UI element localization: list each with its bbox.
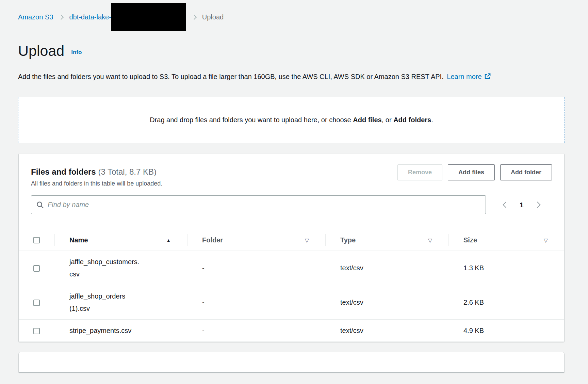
cell-folder: - bbox=[187, 251, 325, 285]
files-panel-title: Files and folders (3 Total, 8.7 KB) bbox=[31, 164, 162, 177]
table-row: jaffle_shop_orders (1).csv - text/csv 2.… bbox=[19, 285, 564, 319]
pagination: 1 bbox=[504, 201, 540, 209]
select-all-cell bbox=[19, 230, 54, 251]
sort-ascending-icon: ▲ bbox=[166, 238, 171, 243]
redacted-bucket-name bbox=[111, 3, 186, 31]
chevron-right-icon bbox=[192, 14, 197, 20]
cell-name: jaffle_shop_orders (1).csv bbox=[54, 285, 187, 319]
files-panel-title-block: Files and folders (3 Total, 8.7 KB) All … bbox=[31, 164, 162, 187]
drag-drop-zone[interactable]: Drag and drop files and folders you want… bbox=[18, 97, 565, 143]
page-header: Upload Info bbox=[18, 43, 565, 59]
sort-down-icon: ▽ bbox=[305, 237, 309, 243]
chevron-right-icon bbox=[59, 14, 64, 20]
panel-actions: Remove Add files Add folder bbox=[397, 164, 552, 180]
table-row: jaffle_shop_customers.csv - text/csv 1.3… bbox=[19, 251, 564, 285]
info-link[interactable]: Info bbox=[71, 49, 82, 56]
row-checkbox[interactable] bbox=[33, 300, 40, 306]
table-header-row: Name ▲ Folder ▽ Type bbox=[19, 230, 564, 251]
add-folder-button[interactable]: Add folder bbox=[500, 164, 552, 180]
previous-page-icon[interactable] bbox=[503, 202, 509, 208]
files-table-wrap: Name ▲ Folder ▽ Type bbox=[19, 230, 564, 342]
breadcrumb: Amazon S3 dbt-data-lake- Upload bbox=[18, 0, 565, 34]
breadcrumb-current: Upload bbox=[202, 13, 224, 21]
page-description: Add the files and folders you want to up… bbox=[18, 70, 511, 83]
files-panel-subtitle: All files and folders in this table will… bbox=[31, 180, 162, 187]
external-link-icon bbox=[484, 73, 491, 80]
cell-size: 2.6 KB bbox=[448, 285, 564, 319]
search-box bbox=[31, 195, 486, 214]
files-count-summary: (3 Total, 8.7 KB) bbox=[96, 167, 157, 176]
table-row: stripe_payments.csv - text/csv 4.9 KB bbox=[19, 319, 564, 341]
row-checkbox[interactable] bbox=[33, 328, 40, 334]
description-text: Add the files and folders you want to up… bbox=[18, 73, 444, 80]
search-input[interactable] bbox=[48, 201, 481, 209]
remove-button[interactable]: Remove bbox=[397, 164, 442, 180]
cell-folder: - bbox=[187, 285, 325, 319]
page-content: Amazon S3 dbt-data-lake- Upload Upload I… bbox=[0, 0, 588, 372]
column-header-type[interactable]: Type ▽ bbox=[325, 230, 448, 251]
column-header-size[interactable]: Size ▽ bbox=[448, 230, 564, 251]
cell-size: 1.3 KB bbox=[448, 251, 564, 285]
add-files-button[interactable]: Add files bbox=[448, 164, 495, 180]
sort-down-icon: ▽ bbox=[544, 237, 548, 243]
cell-type: text/csv bbox=[325, 251, 448, 285]
files-panel-header: Files and folders (3 Total, 8.7 KB) All … bbox=[31, 164, 552, 187]
files-panel: Files and folders (3 Total, 8.7 KB) All … bbox=[19, 154, 564, 342]
search-icon bbox=[36, 201, 44, 209]
dropzone-add-folders-label: Add folders bbox=[393, 116, 431, 124]
cell-folder: - bbox=[187, 319, 325, 341]
cell-name: stripe_payments.csv bbox=[54, 319, 187, 341]
page-number[interactable]: 1 bbox=[520, 201, 524, 209]
dropzone-text: Drag and drop files and folders you want… bbox=[150, 116, 433, 124]
cell-name: jaffle_shop_customers.csv bbox=[54, 251, 187, 285]
select-all-checkbox[interactable] bbox=[33, 237, 40, 243]
learn-more-link[interactable]: Learn more bbox=[447, 73, 481, 80]
next-section-panel bbox=[19, 352, 564, 372]
dropzone-add-files-label: Add files bbox=[353, 116, 381, 124]
sort-down-icon: ▽ bbox=[428, 237, 432, 243]
files-table: Name ▲ Folder ▽ Type bbox=[19, 230, 564, 342]
cell-type: text/csv bbox=[325, 285, 448, 319]
row-checkbox[interactable] bbox=[33, 265, 40, 272]
page-title: Upload bbox=[18, 43, 64, 59]
column-header-name[interactable]: Name ▲ bbox=[54, 230, 187, 251]
column-header-folder[interactable]: Folder ▽ bbox=[187, 230, 325, 251]
breadcrumb-amazon-s3[interactable]: Amazon S3 bbox=[18, 13, 53, 21]
cell-size: 4.9 KB bbox=[448, 319, 564, 341]
breadcrumb-bucket[interactable]: dbt-data-lake- bbox=[69, 13, 111, 21]
table-toolbar: 1 bbox=[31, 195, 552, 214]
next-page-icon[interactable] bbox=[534, 202, 540, 208]
cell-type: text/csv bbox=[325, 319, 448, 341]
